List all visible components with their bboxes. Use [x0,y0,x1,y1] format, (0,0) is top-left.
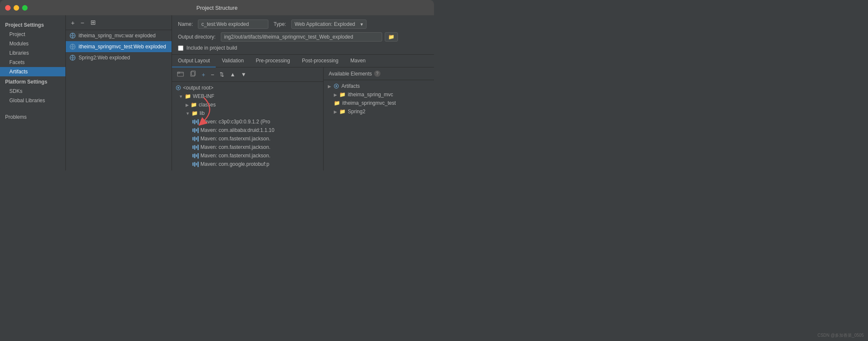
tree-item-maven-jackson2[interactable]: Maven: com.fasterxml.jackson. [172,143,323,151]
type-select-wrapper: Web Application: Exploded ▼ [291,20,366,29]
traffic-lights [5,5,28,11]
avail-item-spring-mvc[interactable]: ▶ 📁 itheima_spring_mvc [324,90,434,99]
add-element-button[interactable]: + [200,70,207,79]
tabs-bar: Output Layout Validation Pre-processing … [172,55,434,67]
include-in-build-checkbox[interactable] [178,45,183,51]
tree-item-classes[interactable]: ▶ 📁 classes [172,101,323,109]
sidebar-item-libraries[interactable]: Libraries [0,48,65,58]
maven-icon-jackson1 [192,136,199,142]
output-dir-input[interactable] [221,32,382,42]
remove-element-button[interactable]: − [209,70,216,79]
chevron-right-spring2-icon: ▶ [334,109,337,114]
tree-item-lib[interactable]: ▼ 📁 lib [172,109,323,117]
add-artifact-button[interactable]: + [69,18,76,27]
avail-item-artifacts[interactable]: ▶ Artifacts [324,82,434,90]
svg-point-11 [178,87,179,89]
avail-spring2-label: Spring2 [348,109,365,115]
available-elements-header: Available Elements ? [324,67,434,80]
project-settings-label: Project Settings [0,20,65,30]
output-toolbar: + − ⇅ ▲ ▼ [172,67,323,82]
output-root-icon [175,85,181,91]
folder-spring2-icon: 📁 [339,109,346,115]
sidebar-item-global-libraries[interactable]: Global Libraries [0,96,65,105]
artifact-item-spring2-label: Spring2:Web exploded [79,55,130,61]
tab-output-layout[interactable]: Output Layout [172,55,216,67]
create-directory-button[interactable] [175,70,186,79]
maven-icon-protobuf [192,162,199,167]
folder-icon: 📁 [388,34,395,40]
tab-pre-processing[interactable]: Pre-processing [250,55,296,67]
help-icon[interactable]: ? [374,70,380,77]
classes-label: classes [199,102,216,108]
web-icon [69,32,76,39]
copy-artifact-button[interactable]: ⊞ [89,18,98,27]
output-area: + − ⇅ ▲ ▼ [172,67,434,170]
maximize-button[interactable] [22,5,28,11]
svg-point-13 [335,85,337,87]
maven-c3p0-label: Maven: c3p0:c3p0:0.9.1.2 (Pro [200,119,270,125]
maven-protobuf-label: Maven: com.google.protobuf:p [200,161,269,167]
chevron-right-icon: ▶ [186,103,189,107]
artifact-item-spring2[interactable]: Spring2:Web exploded [66,52,172,63]
lib-label: lib [200,110,205,116]
avail-artifacts-label: Artifacts [341,83,360,89]
move-up-button[interactable]: ▲ [228,70,237,78]
maven-icon [192,119,199,125]
sort-button[interactable]: ⇅ [218,70,226,78]
name-input[interactable] [198,20,268,29]
close-button[interactable] [5,5,11,11]
tree-item-maven-c3p0[interactable]: Maven: c3p0:c3p0:0.9.1.2 (Pro [172,117,323,126]
artifacts-toolbar: + − ⊞ [66,15,172,30]
type-select[interactable]: Web Application: Exploded [291,20,366,29]
move-down-button[interactable]: ▼ [239,70,248,78]
sidebar-item-modules[interactable]: Modules [0,39,65,48]
name-label: Name: [178,21,193,27]
maven-druid-label: Maven: com.alibaba:druid:1.1.10 [200,127,274,133]
add-copy-button[interactable] [188,70,198,79]
tab-post-processing[interactable]: Post-processing [296,55,344,67]
avail-spring-mvc-label: itheima_spring_mvc [348,92,393,98]
tab-maven[interactable]: Maven [344,55,372,67]
maven-icon-jackson3 [192,153,199,159]
avail-item-spring2[interactable]: ▶ 📁 Spring2 [324,107,434,116]
tree-item-output-root[interactable]: <output root> [172,84,323,92]
artifact-item-war-exploded[interactable]: itheima_spring_mvc:war exploded [66,30,172,41]
avail-item-springmvc-test[interactable]: 📁 itheima_springmvc_test [324,99,434,107]
avail-springmvc-test-label: itheima_springmvc_test [342,100,396,106]
include-in-build-row: Include in project build [178,45,428,51]
browse-folder-button[interactable]: 📁 [385,32,398,42]
create-dir-icon [177,70,184,77]
sidebar-item-problems[interactable]: Problems [0,112,65,122]
tree-item-maven-druid[interactable]: Maven: com.alibaba:druid:1.1.10 [172,126,323,134]
output-dir-wrapper: 📁 [221,32,398,42]
tab-validation[interactable]: Validation [216,55,250,67]
artifact-item-war-exploded-label: itheima_spring_mvc:war exploded [79,33,155,39]
sidebar-item-sdks[interactable]: SDKs [0,87,65,96]
remove-artifact-button[interactable]: − [79,18,86,27]
tree-item-maven-jackson1[interactable]: Maven: com.fasterxml.jackson. [172,134,323,143]
maven-icon-druid [192,128,199,133]
sidebar-item-project[interactable]: Project [0,30,65,39]
web-icon-spring2 [69,54,76,61]
chevron-down-icon: ▼ [179,94,183,99]
folder-spring-mvc-icon: 📁 [339,92,346,98]
title-bar: Project Structure [0,0,434,15]
artifact-item-springmvc-test[interactable]: itheima_springmvc_test:Web exploded [66,41,172,52]
type-label: Type: [273,21,286,27]
folder-webinf-icon: 📁 [185,93,191,99]
sidebar-item-artifacts[interactable]: Artifacts [0,67,65,76]
window-title: Project Structure [197,5,238,11]
minimize-button[interactable] [14,5,19,11]
maven-jackson1-label: Maven: com.fasterxml.jackson. [200,136,271,142]
tree-item-maven-jackson3[interactable]: Maven: com.fasterxml.jackson. [172,151,323,160]
folder-lib-icon: 📁 [192,110,198,116]
include-in-build-label: Include in project build [186,45,237,51]
maven-icon-jackson2 [192,145,199,150]
folder-classes-icon: 📁 [191,102,197,108]
tree-item-maven-protobuf[interactable]: Maven: com.google.protobuf:p [172,160,323,168]
web-inf-label: WEB-INF [193,93,214,99]
sidebar-item-facets[interactable]: Facets [0,58,65,67]
tree-item-web-inf[interactable]: ▼ 📁 WEB-INF [172,92,323,101]
detail-panel: Name: Type: Web Application: Exploded ▼ … [172,15,434,170]
chevron-down-lib-icon: ▼ [186,111,190,116]
